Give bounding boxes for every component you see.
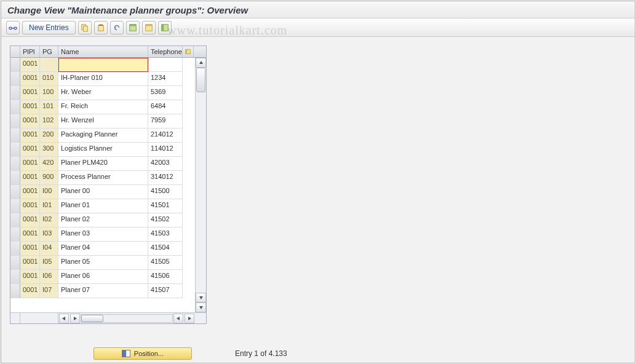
cell-name[interactable]: Hr. Wenzel [58, 114, 148, 129]
deselect-all-button[interactable] [142, 21, 156, 34]
cell-plpl[interactable]: 0001 [20, 284, 40, 298]
new-entries-button[interactable]: New Entries [22, 21, 76, 34]
grid-header-select[interactable] [10, 46, 20, 57]
cell-name[interactable]: Planer 00 [58, 185, 148, 199]
cell-pg[interactable]: 010 [40, 72, 58, 86]
cell-name[interactable]: Logistics Planner [58, 143, 148, 157]
cell-name[interactable]: Planer 07 [58, 284, 148, 298]
scroll-down-button[interactable] [196, 293, 206, 303]
row-select-handle[interactable] [10, 171, 20, 185]
cell-pg[interactable]: I00 [40, 185, 58, 199]
hscroll-left-button-2[interactable] [173, 314, 183, 323]
cell-pg[interactable]: 420 [40, 157, 58, 171]
cell-name[interactable] [58, 58, 148, 72]
row-select-handle[interactable] [10, 270, 20, 284]
cell-telephone[interactable]: 5369 [148, 86, 183, 100]
cell-telephone[interactable]: 1234 [148, 72, 183, 86]
cell-telephone[interactable]: 42003 [148, 157, 183, 171]
toggle-display-change-button[interactable] [6, 21, 20, 34]
row-select-handle[interactable] [10, 228, 20, 242]
grid-header-pg[interactable]: PG [40, 46, 58, 57]
cell-name[interactable]: Planer PLM420 [58, 157, 148, 171]
cell-telephone[interactable]: 114012 [148, 143, 183, 157]
hscroll-thumb[interactable] [81, 315, 103, 322]
hscroll-right-button-2[interactable] [185, 314, 194, 323]
cell-pg[interactable]: 101 [40, 100, 58, 114]
cell-plpl[interactable]: 0001 [20, 242, 40, 256]
cell-plpl[interactable]: 0001 [20, 72, 40, 86]
cell-plpl[interactable]: 0001 [20, 228, 40, 242]
hscroll-track[interactable] [81, 314, 173, 323]
cell-telephone[interactable]: 314012 [148, 171, 183, 185]
cell-plpl[interactable]: 0001 [20, 185, 40, 199]
cell-pg[interactable]: 900 [40, 171, 58, 185]
cell-telephone[interactable]: 41502 [148, 213, 183, 228]
cell-plpl[interactable]: 0001 [20, 270, 40, 284]
undo-change-button[interactable] [110, 21, 124, 34]
row-select-handle[interactable] [10, 242, 20, 256]
cell-telephone[interactable]: 41504 [148, 242, 183, 256]
cell-pg[interactable]: I07 [40, 284, 58, 298]
cell-name[interactable]: Hr. Weber [58, 86, 148, 100]
row-select-handle[interactable] [10, 129, 20, 143]
cell-pg[interactable]: I05 [40, 256, 58, 270]
cell-plpl[interactable]: 0001 [20, 171, 40, 185]
cell-plpl[interactable]: 0001 [20, 143, 40, 157]
scroll-up-button[interactable] [196, 58, 206, 68]
row-select-handle[interactable] [10, 72, 20, 86]
grid-header-plpl[interactable]: PlPl [20, 46, 40, 57]
row-select-handle[interactable] [10, 213, 20, 228]
cell-plpl[interactable]: 0001 [20, 86, 40, 100]
row-select-handle[interactable] [10, 58, 20, 72]
cell-telephone[interactable]: 7959 [148, 114, 183, 129]
cell-name[interactable]: Planer 06 [58, 270, 148, 284]
grid-header-name[interactable]: Name [58, 46, 148, 57]
config-button[interactable] [158, 21, 172, 34]
row-select-handle[interactable] [10, 157, 20, 171]
row-select-handle[interactable] [10, 284, 20, 298]
cell-pg[interactable]: I03 [40, 228, 58, 242]
cell-name[interactable]: IH-Planer 010 [58, 72, 148, 86]
cell-telephone[interactable]: 41506 [148, 270, 183, 284]
scroll-page-down-button[interactable] [196, 303, 206, 312]
hscroll-right-button[interactable] [70, 314, 80, 323]
row-select-handle[interactable] [10, 114, 20, 129]
cell-telephone[interactable]: 41505 [148, 256, 183, 270]
cell-name[interactable]: Fr. Reich [58, 100, 148, 114]
row-select-handle[interactable] [10, 86, 20, 100]
cell-name[interactable]: Planer 01 [58, 199, 148, 213]
row-select-handle[interactable] [10, 256, 20, 270]
cell-name[interactable]: Planer 05 [58, 256, 148, 270]
cell-pg[interactable]: 200 [40, 129, 58, 143]
cell-plpl[interactable]: 0001 [20, 199, 40, 213]
row-select-handle[interactable] [10, 185, 20, 199]
cell-name[interactable]: Packaging Planner [58, 129, 148, 143]
cell-pg[interactable]: 100 [40, 86, 58, 100]
cell-telephone[interactable]: 41500 [148, 185, 183, 199]
cell-telephone[interactable]: 41507 [148, 284, 183, 298]
cell-telephone[interactable]: 214012 [148, 129, 183, 143]
cell-plpl[interactable]: 0001 [20, 114, 40, 129]
cell-telephone[interactable]: 41503 [148, 228, 183, 242]
cell-plpl[interactable]: 0001 [20, 58, 40, 72]
cell-name[interactable]: Planer 03 [58, 228, 148, 242]
cell-telephone[interactable]: 6484 [148, 100, 183, 114]
cell-plpl[interactable]: 0001 [20, 100, 40, 114]
vscroll-track[interactable] [196, 68, 206, 293]
row-select-handle[interactable] [10, 100, 20, 114]
copy-as-button[interactable] [78, 21, 92, 34]
position-button[interactable]: Position... [93, 347, 192, 360]
grid-column-config-button[interactable] [183, 46, 194, 57]
cell-pg[interactable]: I02 [40, 213, 58, 228]
cell-name[interactable]: Planer 04 [58, 242, 148, 256]
cell-telephone[interactable] [148, 58, 183, 72]
cell-plpl[interactable]: 0001 [20, 213, 40, 228]
cell-pg[interactable]: I01 [40, 199, 58, 213]
cell-plpl[interactable]: 0001 [20, 129, 40, 143]
cell-telephone[interactable]: 41501 [148, 199, 183, 213]
cell-pg[interactable]: 300 [40, 143, 58, 157]
cell-plpl[interactable]: 0001 [20, 256, 40, 270]
cell-pg[interactable]: I04 [40, 242, 58, 256]
cell-plpl[interactable]: 0001 [20, 157, 40, 171]
hscroll-left-button[interactable] [59, 314, 69, 323]
